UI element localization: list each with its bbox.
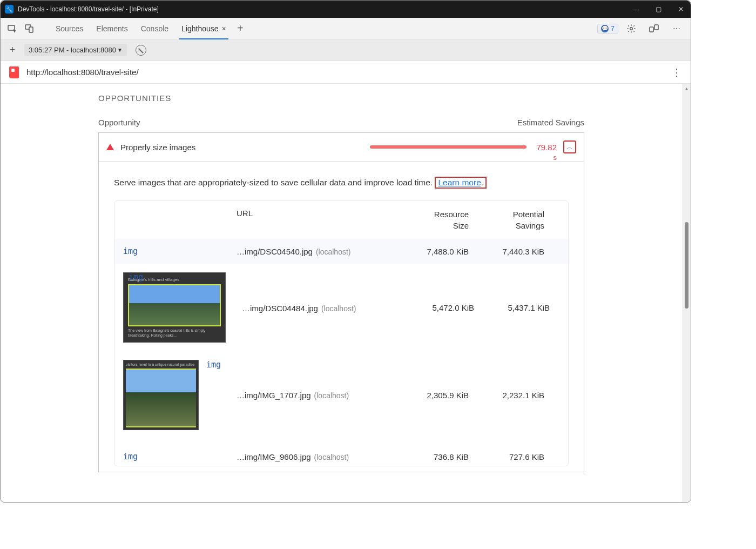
savings-value: 79.82s — [533, 143, 557, 152]
thumbnail-preview: visitors revel in a unique natural parad… — [123, 360, 199, 430]
close-tab-icon[interactable]: × — [222, 24, 226, 33]
report-url-bar: http://localhost:8080/travel-site/ ⋮ — [1, 61, 691, 84]
window-title: DevTools - localhost:8080/travel-site/ -… — [18, 5, 630, 13]
scroll-up-icon[interactable]: ▴ — [685, 84, 688, 92]
app-icon: 🔧 — [5, 5, 14, 14]
report-selector[interactable]: 3:05:27 PM - localhost:8080▼ — [24, 44, 127, 56]
audit-title: Properly size images — [120, 143, 195, 152]
minimize-button[interactable]: — — [630, 5, 641, 14]
thumbnail-preview: Balagne's hills and villages The view fr… — [123, 272, 226, 343]
element-tag[interactable]: img — [123, 452, 138, 461]
table-row: visitors revel in a unique natural parad… — [114, 351, 568, 439]
svg-point-3 — [630, 27, 633, 30]
collapse-chevron-icon[interactable]: ︿ — [563, 140, 576, 153]
audit-properly-size-images: Properly size images 79.82s ︿ Serve imag… — [98, 132, 584, 472]
add-tab-button[interactable]: + — [233, 21, 248, 36]
table-row: img …img/IMG_9606.jpg(localhost) 736.8 K… — [114, 439, 568, 466]
svg-rect-4 — [650, 27, 653, 32]
devtools-tabbar: Sources Elements Console Lighthouse× + 💬… — [1, 18, 691, 39]
resources-table: URL ResourceSize PotentialSavings img …i… — [114, 200, 569, 466]
new-report-button[interactable]: + — [6, 44, 19, 56]
tab-sources[interactable]: Sources — [49, 18, 90, 39]
opportunities-legend: Opportunity Estimated Savings — [98, 118, 584, 132]
element-tag[interactable]: img — [206, 360, 221, 430]
lighthouse-toolbar: + 3:05:27 PM - localhost:8080▼ — [1, 39, 691, 61]
inspect-icon[interactable] — [5, 21, 20, 36]
svg-rect-2 — [29, 27, 33, 32]
vertical-scrollbar[interactable]: ▴ — [682, 84, 691, 502]
settings-gear-icon[interactable] — [624, 21, 639, 36]
opportunities-header: OPPORTUNITIES — [98, 88, 584, 118]
table-row: Balagne's hills and villages The view fr… — [114, 264, 568, 351]
clear-icon[interactable] — [136, 45, 146, 56]
savings-bar — [370, 145, 526, 149]
table-header: URL ResourceSize PotentialSavings — [114, 201, 568, 239]
table-row: img …img/DSC04540.jpg(localhost) 7,488.0… — [114, 239, 568, 264]
issues-badge[interactable]: 💬7 — [597, 24, 618, 34]
scroll-thumb[interactable] — [685, 222, 688, 309]
tab-elements[interactable]: Elements — [90, 18, 134, 39]
learn-more-link[interactable]: Learn more — [438, 178, 481, 187]
tab-console[interactable]: Console — [134, 18, 175, 39]
lighthouse-icon — [9, 66, 19, 78]
more-menu-icon[interactable]: ⋯ — [669, 21, 684, 36]
element-tag[interactable]: img — [129, 272, 409, 282]
device-toggle-icon[interactable] — [22, 21, 37, 36]
svg-rect-5 — [654, 25, 658, 30]
close-button[interactable]: ✕ — [676, 5, 686, 14]
audit-header[interactable]: Properly size images 79.82s ︿ — [99, 133, 584, 161]
dock-side-icon[interactable] — [646, 21, 662, 36]
element-tag[interactable]: img — [123, 246, 138, 256]
report-url: http://localhost:8080/travel-site/ — [26, 68, 672, 77]
audit-description: Serve images that are appropriately-size… — [114, 177, 569, 189]
window-titlebar: 🔧 DevTools - localhost:8080/travel-site/… — [1, 1, 691, 18]
report-scroll-area[interactable]: OPPORTUNITIES Opportunity Estimated Savi… — [1, 84, 682, 502]
tab-lighthouse[interactable]: Lighthouse× — [175, 18, 233, 39]
fail-triangle-icon — [106, 144, 114, 150]
maximize-button[interactable]: ▢ — [653, 5, 664, 14]
report-menu-icon[interactable]: ⋮ — [672, 66, 682, 78]
